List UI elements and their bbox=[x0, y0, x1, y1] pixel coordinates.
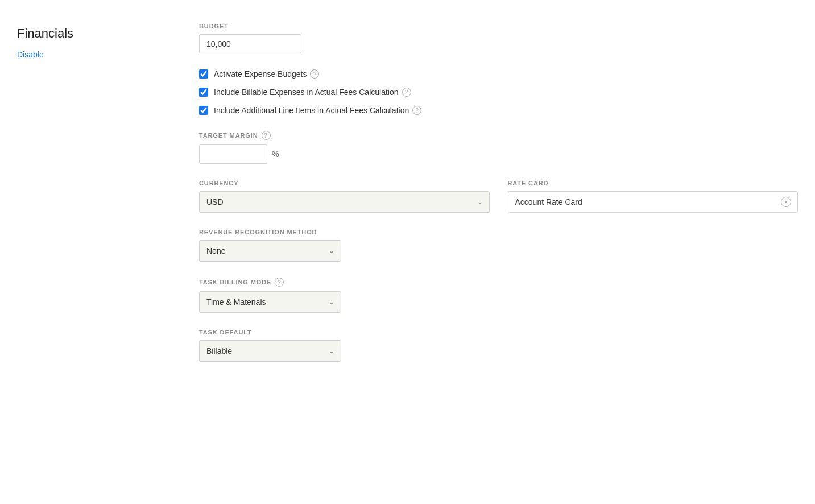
currency-select-wrapper: USD EUR GBP CAD AUD ⌄ bbox=[199, 191, 490, 213]
task-billing-mode-field-group: TASK BILLING MODE ? Time & Materials Fix… bbox=[199, 278, 798, 313]
task-billing-mode-label: TASK BILLING MODE ? bbox=[199, 278, 798, 287]
disable-link[interactable]: Disable bbox=[17, 50, 44, 59]
task-default-label: TASK DEFAULT bbox=[199, 329, 798, 336]
activate-expense-help-icon: ? bbox=[310, 69, 319, 79]
budget-field-group: BUDGET bbox=[199, 23, 798, 53]
task-billing-mode-select[interactable]: Time & Materials Fixed Fee Non-Billable bbox=[199, 291, 341, 313]
rate-card-label: RATE CARD bbox=[508, 180, 799, 187]
rate-card-input[interactable] bbox=[508, 191, 799, 213]
revenue-recognition-label: REVENUE RECOGNITION METHOD bbox=[199, 229, 798, 236]
revenue-recognition-select-wrapper: None Completed Contract Percentage of Co… bbox=[199, 240, 341, 262]
target-margin-percent-wrapper: % bbox=[199, 144, 798, 164]
budget-input[interactable] bbox=[199, 34, 301, 53]
include-additional-label: Include Additional Line Items in Actual … bbox=[214, 106, 409, 115]
task-default-select-wrapper: Billable Non-Billable ⌄ bbox=[199, 340, 341, 362]
include-additional-help-icon: ? bbox=[412, 106, 421, 115]
task-default-select[interactable]: Billable Non-Billable bbox=[199, 340, 341, 362]
include-additional-checkbox-item[interactable]: Include Additional Line Items in Actual … bbox=[199, 106, 798, 115]
task-billing-mode-help-icon: ? bbox=[275, 278, 284, 287]
rate-card-col: RATE CARD × bbox=[508, 180, 799, 213]
currency-select[interactable]: USD EUR GBP CAD AUD bbox=[199, 191, 490, 213]
revenue-recognition-field-group: REVENUE RECOGNITION METHOD None Complete… bbox=[199, 229, 798, 262]
currency-ratecard-row: CURRENCY USD EUR GBP CAD AUD ⌄ RATE CARD bbox=[199, 180, 798, 213]
include-additional-checkbox[interactable] bbox=[199, 106, 208, 115]
target-margin-label: TARGET MARGIN ? bbox=[199, 131, 798, 140]
include-billable-checkbox-item[interactable]: Include Billable Expenses in Actual Fees… bbox=[199, 88, 798, 97]
currency-col: CURRENCY USD EUR GBP CAD AUD ⌄ bbox=[199, 180, 490, 213]
task-billing-mode-select-wrapper: Time & Materials Fixed Fee Non-Billable … bbox=[199, 291, 341, 313]
revenue-recognition-select[interactable]: None Completed Contract Percentage of Co… bbox=[199, 240, 341, 262]
rate-card-wrapper: × bbox=[508, 191, 799, 213]
checkbox-group: Activate Expense Budgets ? Include Billa… bbox=[199, 69, 798, 115]
task-default-field-group: TASK DEFAULT Billable Non-Billable ⌄ bbox=[199, 329, 798, 362]
target-margin-input[interactable] bbox=[199, 144, 267, 164]
page-title: Financials bbox=[17, 26, 142, 41]
activate-expense-checkbox-item[interactable]: Activate Expense Budgets ? bbox=[199, 69, 798, 79]
budget-label: BUDGET bbox=[199, 23, 798, 30]
main-content: BUDGET Activate Expense Budgets ? Includ… bbox=[142, 23, 798, 481]
rate-card-clear-button[interactable]: × bbox=[781, 197, 791, 207]
sidebar: Financials Disable bbox=[17, 23, 142, 481]
currency-label: CURRENCY bbox=[199, 180, 490, 187]
percent-symbol: % bbox=[272, 150, 279, 159]
target-margin-help-icon: ? bbox=[262, 131, 271, 140]
activate-expense-checkbox[interactable] bbox=[199, 69, 208, 79]
include-billable-checkbox[interactable] bbox=[199, 88, 208, 97]
include-billable-label: Include Billable Expenses in Actual Fees… bbox=[214, 88, 399, 97]
include-billable-help-icon: ? bbox=[402, 88, 411, 97]
activate-expense-label: Activate Expense Budgets bbox=[214, 69, 307, 79]
target-margin-field-group: TARGET MARGIN ? % bbox=[199, 131, 798, 164]
